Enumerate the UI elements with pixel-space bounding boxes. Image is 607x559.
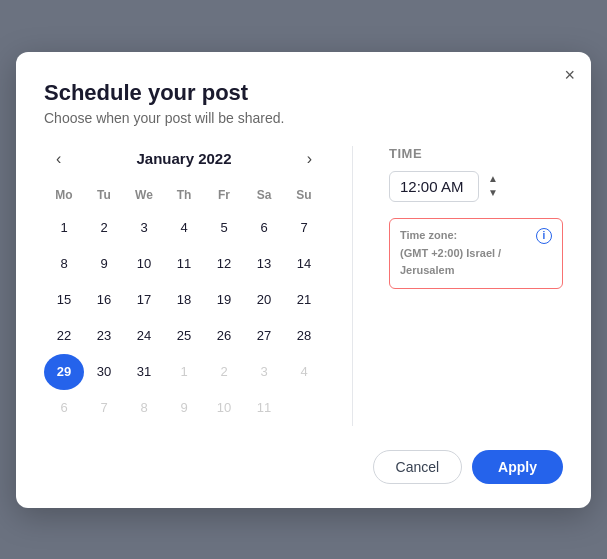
calendar-day[interactable]: 8 bbox=[44, 246, 84, 282]
calendar-day[interactable]: 28 bbox=[284, 318, 324, 354]
calendar-day[interactable]: 23 bbox=[84, 318, 124, 354]
modal-footer: Cancel Apply bbox=[44, 450, 563, 484]
day-header: Th bbox=[164, 184, 204, 210]
calendar: ‹ January 2022 › MoTuWeThFrSaSu 12345678… bbox=[44, 146, 324, 426]
calendar-day: 4 bbox=[284, 354, 324, 390]
calendar-day: 8 bbox=[124, 390, 164, 426]
calendar-day[interactable]: 5 bbox=[204, 210, 244, 246]
calendar-day[interactable]: 21 bbox=[284, 282, 324, 318]
calendar-day[interactable]: 2 bbox=[84, 210, 124, 246]
calendar-day[interactable]: 30 bbox=[84, 354, 124, 390]
time-section: Time ▲ ▼ Time zone: (GMT +2:00) Israel /… bbox=[381, 146, 563, 426]
calendar-day[interactable]: 25 bbox=[164, 318, 204, 354]
day-header: Mo bbox=[44, 184, 84, 210]
calendar-day: 9 bbox=[164, 390, 204, 426]
calendar-day[interactable]: 26 bbox=[204, 318, 244, 354]
close-button[interactable]: × bbox=[564, 66, 575, 84]
calendar-day[interactable]: 7 bbox=[284, 210, 324, 246]
calendar-day[interactable]: 6 bbox=[244, 210, 284, 246]
calendar-day[interactable]: 3 bbox=[124, 210, 164, 246]
calendar-day[interactable]: 14 bbox=[284, 246, 324, 282]
modal-subtitle: Choose when your post will be shared. bbox=[44, 110, 563, 126]
calendar-day[interactable]: 9 bbox=[84, 246, 124, 282]
calendar-grid: MoTuWeThFrSaSu 1234567891011121314151617… bbox=[44, 184, 324, 426]
month-label: January 2022 bbox=[136, 150, 231, 167]
modal-title: Schedule your post bbox=[44, 80, 563, 106]
calendar-day[interactable]: 12 bbox=[204, 246, 244, 282]
cancel-button[interactable]: Cancel bbox=[373, 450, 463, 484]
time-label: Time bbox=[389, 146, 563, 161]
calendar-day[interactable]: 19 bbox=[204, 282, 244, 318]
next-month-button[interactable]: › bbox=[299, 146, 320, 172]
time-input[interactable] bbox=[389, 171, 479, 202]
day-header: Sa bbox=[244, 184, 284, 210]
calendar-day[interactable]: 27 bbox=[244, 318, 284, 354]
calendar-day[interactable]: 29 bbox=[44, 354, 84, 390]
calendar-day: 1 bbox=[164, 354, 204, 390]
calendar-day: 7 bbox=[84, 390, 124, 426]
time-down-button[interactable]: ▼ bbox=[485, 187, 501, 199]
apply-button[interactable]: Apply bbox=[472, 450, 563, 484]
calendar-header: ‹ January 2022 › bbox=[44, 146, 324, 172]
calendar-day[interactable]: 13 bbox=[244, 246, 284, 282]
calendar-day: 11 bbox=[244, 390, 284, 426]
day-header: Su bbox=[284, 184, 324, 210]
schedule-modal: × Schedule your post Choose when your po… bbox=[16, 52, 591, 508]
time-spinners: ▲ ▼ bbox=[485, 173, 501, 199]
calendar-day[interactable]: 15 bbox=[44, 282, 84, 318]
calendar-day: 6 bbox=[44, 390, 84, 426]
calendar-day: 10 bbox=[204, 390, 244, 426]
calendar-day[interactable]: 31 bbox=[124, 354, 164, 390]
day-header: We bbox=[124, 184, 164, 210]
day-header: Fr bbox=[204, 184, 244, 210]
calendar-day[interactable]: 10 bbox=[124, 246, 164, 282]
calendar-day: 3 bbox=[244, 354, 284, 390]
calendar-day[interactable]: 11 bbox=[164, 246, 204, 282]
calendar-day[interactable]: 17 bbox=[124, 282, 164, 318]
prev-month-button[interactable]: ‹ bbox=[48, 146, 69, 172]
info-icon[interactable]: i bbox=[536, 228, 552, 244]
calendar-day[interactable]: 16 bbox=[84, 282, 124, 318]
calendar-day[interactable]: 24 bbox=[124, 318, 164, 354]
timezone-value: (GMT +2:00) Israel / Jerusalem bbox=[400, 245, 530, 278]
divider bbox=[352, 146, 353, 426]
calendar-day bbox=[284, 390, 324, 426]
calendar-day[interactable]: 20 bbox=[244, 282, 284, 318]
timezone-box: Time zone: (GMT +2:00) Israel / Jerusale… bbox=[389, 218, 563, 290]
calendar-day[interactable]: 22 bbox=[44, 318, 84, 354]
calendar-day[interactable]: 18 bbox=[164, 282, 204, 318]
calendar-day[interactable]: 4 bbox=[164, 210, 204, 246]
timezone-text: Time zone: (GMT +2:00) Israel / Jerusale… bbox=[400, 227, 530, 281]
timezone-label: Time zone: bbox=[400, 227, 530, 244]
day-header: Tu bbox=[84, 184, 124, 210]
calendar-day: 2 bbox=[204, 354, 244, 390]
time-input-wrap: ▲ ▼ bbox=[389, 171, 563, 202]
time-up-button[interactable]: ▲ bbox=[485, 173, 501, 185]
calendar-day[interactable]: 1 bbox=[44, 210, 84, 246]
modal-body: ‹ January 2022 › MoTuWeThFrSaSu 12345678… bbox=[44, 146, 563, 426]
